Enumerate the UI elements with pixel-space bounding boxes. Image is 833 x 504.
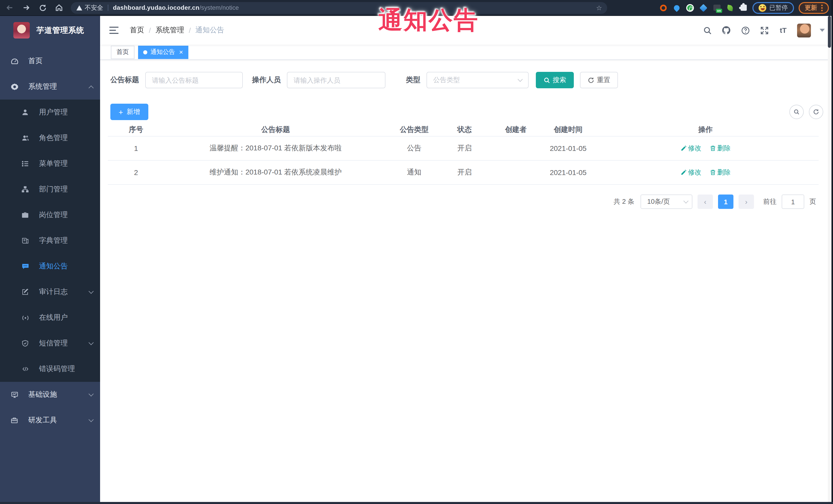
- breadcrumb-separator: /: [149, 26, 151, 34]
- type-select-placeholder: 公告类型: [433, 75, 460, 85]
- browser-toolbar: 不安全 dashboard.yudao.iocoder.cn /system/n…: [0, 0, 833, 16]
- sidebar-item-users[interactable]: 用户管理: [0, 100, 100, 125]
- sidebar-item-label: 系统管理: [28, 82, 57, 91]
- breadcrumb-current: 通知公告: [195, 26, 224, 35]
- refresh-button[interactable]: [809, 105, 823, 119]
- prev-page-button[interactable]: ‹: [697, 194, 713, 209]
- chevron-down-icon: [89, 417, 94, 422]
- gear-icon: [10, 82, 19, 91]
- edit-link[interactable]: 修改: [680, 144, 701, 153]
- avatar-caret-icon[interactable]: [820, 29, 825, 32]
- filter-form: 公告标题 操作人员 类型 公告类型 搜索 重置: [100, 72, 833, 88]
- title-filter-input[interactable]: [145, 72, 243, 88]
- profile-paused-button[interactable]: 已暂停: [753, 2, 794, 14]
- browser-menu-icon[interactable]: [821, 4, 823, 11]
- browser-reload-icon[interactable]: [36, 1, 49, 15]
- browser-back-icon[interactable]: [3, 1, 17, 15]
- search-icon[interactable]: [702, 25, 712, 35]
- sidebar-item-infra[interactable]: 基础设施: [0, 382, 100, 408]
- sidebar-item-label: 错误码管理: [39, 364, 75, 374]
- page-content: 公告标题 操作人员 类型 公告类型 搜索 重置: [100, 60, 833, 504]
- briefcase-icon: [21, 211, 29, 219]
- browser-forward-icon[interactable]: [20, 1, 33, 15]
- sidebar-item-online-users[interactable]: 在线用户: [0, 305, 100, 331]
- sidebar-item-dicts[interactable]: 字典管理: [0, 228, 100, 254]
- scrollbar-thumb[interactable]: [828, 16, 831, 48]
- sidebar-item-sms[interactable]: 短信管理: [0, 331, 100, 356]
- sitemap-icon: [21, 185, 29, 193]
- font-size-icon[interactable]: tT: [778, 25, 788, 35]
- next-page-button[interactable]: ›: [739, 194, 754, 209]
- add-button[interactable]: + 新增: [110, 104, 148, 120]
- sidebar-item-system[interactable]: 系统管理: [0, 74, 100, 100]
- user-avatar[interactable]: [797, 23, 811, 37]
- page-header: 首页 / 系统管理 / 通知公告: [100, 16, 833, 45]
- tag-notices-active[interactable]: 通知公告 ×: [138, 45, 188, 59]
- help-icon[interactable]: [740, 25, 751, 35]
- sidebar-item-audit-logs[interactable]: 审计日志: [0, 279, 100, 305]
- sidebar-item-notices[interactable]: 通知公告: [0, 254, 100, 279]
- delete-link[interactable]: 删除: [710, 144, 731, 153]
- row-no: 1: [108, 144, 164, 152]
- search-button-label: 搜索: [553, 75, 566, 85]
- page-size-select[interactable]: 10条/页: [641, 194, 692, 209]
- toolbox-icon: [10, 416, 19, 425]
- column-header: 公告类型: [387, 125, 442, 134]
- table-row: 2 维护通知：2018-07-01 若依系统凌晨维护 通知 开启 2021-01…: [108, 161, 818, 185]
- reset-button[interactable]: 重置: [580, 72, 618, 88]
- edit-link[interactable]: 修改: [680, 168, 701, 177]
- window-bottom-edge: [0, 502, 833, 504]
- sidebar-item-label: 字典管理: [39, 236, 68, 245]
- table-tools: [789, 105, 823, 119]
- fullscreen-icon[interactable]: [759, 25, 769, 35]
- sidebar-item-label: 部门管理: [39, 185, 68, 194]
- column-header: 序号: [108, 125, 164, 134]
- goto-label: 前往: [763, 197, 777, 206]
- url-path: /system/notice: [199, 4, 239, 11]
- shield-check-icon: [21, 339, 29, 347]
- row-actions: 修改 删除: [592, 168, 818, 177]
- extension-orange-ring-icon[interactable]: [659, 3, 668, 12]
- sidebar-item-posts[interactable]: 岗位管理: [0, 202, 100, 228]
- breadcrumb-system[interactable]: 系统管理: [156, 26, 184, 35]
- current-page-button[interactable]: 1: [718, 194, 733, 209]
- sidebar-item-depts[interactable]: 部门管理: [0, 176, 100, 202]
- chevron-down-icon: [683, 198, 689, 203]
- sidebar-item-roles[interactable]: 角色管理: [0, 125, 100, 151]
- bookmark-star-icon[interactable]: ☆: [596, 4, 602, 11]
- scrollbar-track[interactable]: [828, 45, 831, 502]
- security-label: 不安全: [85, 3, 103, 12]
- sidebar-item-dev-tools[interactable]: 研发工具: [0, 408, 100, 433]
- not-secure-warning-icon[interactable]: 不安全: [76, 3, 103, 12]
- sidebar-item-error-codes[interactable]: 错误码管理: [0, 356, 100, 382]
- extension-on-badge-icon[interactable]: on: [712, 3, 721, 12]
- address-bar[interactable]: 不安全 dashboard.yudao.iocoder.cn /system/n…: [71, 2, 607, 14]
- column-header: 公告标题: [164, 125, 387, 134]
- breadcrumb-home[interactable]: 首页: [130, 26, 144, 35]
- delete-link-label: 删除: [717, 144, 731, 153]
- row-created: 2021-01-05: [544, 144, 592, 152]
- search-button[interactable]: 搜索: [536, 72, 574, 88]
- sidebar-item-home[interactable]: 首页: [0, 48, 100, 74]
- extension-green-circle-icon[interactable]: [686, 3, 694, 12]
- type-filter-select[interactable]: 公告类型: [427, 72, 529, 88]
- sidebar-item-label: 通知公告: [39, 262, 68, 271]
- screen: 不安全 dashboard.yudao.iocoder.cn /system/n…: [0, 0, 833, 504]
- users-icon: [21, 134, 29, 142]
- sidebar-item-menus[interactable]: 菜单管理: [0, 151, 100, 176]
- goto-page-input[interactable]: [782, 194, 804, 209]
- extensions-puzzle-icon[interactable]: [739, 3, 748, 12]
- tag-home[interactable]: 首页: [111, 45, 135, 59]
- close-icon[interactable]: ×: [179, 49, 183, 55]
- extension-leaf-icon[interactable]: [726, 3, 735, 12]
- browser-update-button[interactable]: 更新: [799, 2, 829, 14]
- toggle-search-button[interactable]: [789, 105, 804, 119]
- column-header: 创建时间: [544, 125, 592, 134]
- sidebar-toggle-icon[interactable]: [109, 27, 119, 34]
- browser-home-icon[interactable]: [52, 1, 66, 15]
- extension-pin-icon[interactable]: [672, 3, 681, 12]
- delete-link[interactable]: 删除: [710, 168, 731, 177]
- extension-gem-icon[interactable]: [699, 3, 708, 12]
- github-icon[interactable]: [721, 25, 731, 35]
- operator-filter-input[interactable]: [287, 72, 385, 88]
